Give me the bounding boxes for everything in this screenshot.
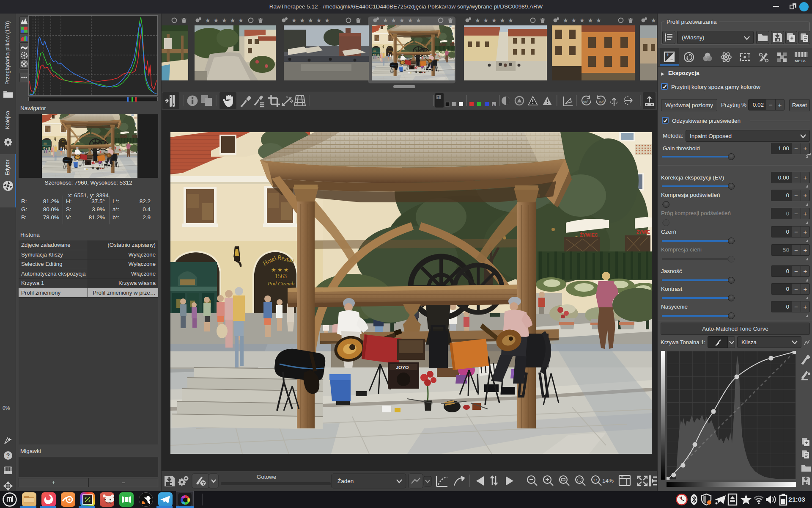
svg-text:T: T	[437, 95, 439, 99]
svg-text:L: L	[493, 103, 495, 107]
svg-text:90°: 90°	[583, 100, 588, 104]
svg-text:★★★★★: ★★★★★	[383, 17, 424, 24]
svg-text:★★★★★: ★★★★★	[475, 17, 516, 24]
svg-text:−: −	[670, 57, 673, 62]
svg-text:90°: 90°	[599, 100, 604, 104]
svg-text:Gotowe: Gotowe	[257, 474, 277, 480]
svg-text:★★★★★: ★★★★★	[563, 17, 604, 24]
svg-text:★★: ★★	[651, 17, 657, 24]
svg-text:?: ?	[6, 452, 10, 459]
svg-text:+: +	[667, 52, 669, 57]
svg-text:META: META	[795, 58, 806, 63]
svg-text:★★★★★: ★★★★★	[291, 17, 333, 24]
svg-text:14%: 14%	[602, 478, 614, 484]
svg-text:1:1: 1:1	[593, 478, 598, 482]
svg-text:Żaden: Żaden	[337, 478, 354, 484]
svg-text:★★★★★: ★★★★★	[205, 17, 247, 24]
